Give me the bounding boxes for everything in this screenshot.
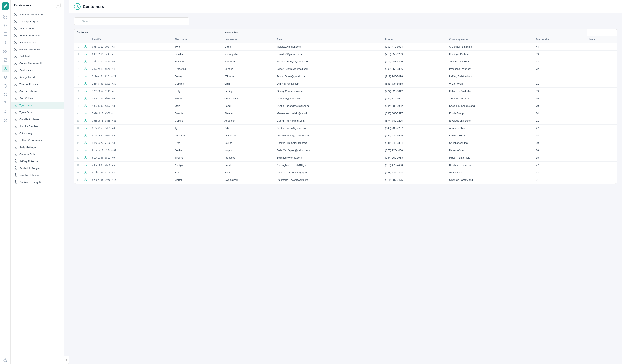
sidebar-item[interactable]: Madelyn Legros — [11, 18, 64, 25]
sidebar-item[interactable]: Gudrun Medhurst — [11, 46, 64, 53]
search-input-wrap[interactable] — [74, 18, 189, 25]
table-row[interactable]: 18 ccdbe780-17a9-43 Enid Hauck Vanessa_G… — [74, 169, 617, 176]
cell-meta — [587, 73, 617, 80]
sidebar-item-settings[interactable] — [2, 357, 9, 364]
sidebar-item[interactable]: Kelli Muller — [11, 53, 64, 60]
sidebar-item-grid[interactable] — [2, 13, 9, 20]
sidebar-item[interactable]: Aletha Abbott — [11, 25, 64, 32]
more-options-button[interactable]: ⋮ — [613, 4, 617, 9]
table-row[interactable]: 7 32633857-6115-4e Polly Hettinger Georg… — [74, 88, 617, 95]
svg-rect-11 — [5, 52, 7, 53]
table-row[interactable]: 15 9fbdc4f2-b284-487 Gerhard Hayes Zella… — [74, 147, 617, 154]
sidebar-item[interactable]: Broderick Senger — [11, 165, 64, 172]
table-row[interactable]: 8 3bbcd173-8b7c-40 Milford Cummerata Lam… — [74, 95, 617, 102]
table-row[interactable]: 11 7835a8f3-bc65-4c0 Camille Anderson Gu… — [74, 117, 617, 125]
table-row[interactable]: 1 0067a112-a98f-45 Tyra Mann Melba81@gma… — [74, 43, 617, 51]
sidebar-item[interactable]: Ottis Haag — [11, 130, 64, 137]
cell-phone: (385) 866-5517 — [383, 110, 447, 117]
sidebar-item[interactable]: Danika McLaughlin — [11, 179, 64, 186]
table-row[interactable]: 12 8c6c21ae-3de1-48 Tyree Ortiz Destin.R… — [74, 125, 617, 132]
table-row[interactable]: 5 2c7eaf64-f13f-429 Jeffrey D'Amore Jevo… — [74, 73, 617, 80]
cell-email: Shakira_Tremblay@hotma — [274, 139, 383, 147]
sidebar-item[interactable]: Polly Hettinger — [11, 144, 64, 151]
row-number: 6 — [74, 80, 82, 88]
sidebar-item[interactable]: Enid Hauck — [11, 67, 64, 74]
sidebar-add-button[interactable]: + — [56, 3, 61, 8]
sidebar-item-person[interactable] — [2, 65, 9, 72]
sidebar-item-book[interactable] — [2, 30, 9, 38]
cell-identifier: d26aa1af-0fbc-41c — [89, 176, 172, 184]
sidebar-item[interactable]: Gerhard Hayes — [11, 88, 64, 95]
sidebar-item[interactable]: Camille Anderson — [11, 116, 64, 123]
sidebar-item[interactable]: Cortez Swaniawski — [11, 60, 64, 67]
cell-identifier: 492c13d2-ed92-48 — [89, 102, 172, 110]
search-input[interactable] — [82, 20, 186, 23]
cell-firstname: Bret — [172, 139, 222, 147]
svg-point-65 — [85, 171, 86, 172]
sidebar-item-chart[interactable] — [2, 56, 9, 64]
table-row[interactable]: 13 9c984c8a-5e05-4b Jonathon Dickinson L… — [74, 132, 617, 139]
sidebar-item-label: Camille Anderson — [19, 118, 40, 121]
person-icon — [14, 110, 17, 114]
sidebar-item[interactable]: Ashtyn Hand — [11, 74, 64, 81]
sidebar-item-circle[interactable] — [2, 91, 9, 98]
row-number: 19 — [74, 176, 82, 184]
table-row[interactable]: 6 2df47fad-b2c9-45a Camron Ortiz Lynn46@… — [74, 80, 617, 88]
table-row[interactable]: 19 d26aa1af-0fbc-41c Cortez Swaniawski R… — [74, 176, 617, 184]
cell-email: Melba81@gmail.com — [274, 43, 383, 51]
cell-meta — [587, 139, 617, 147]
table-row[interactable]: 16 b19c236c-c522-40 Thelma Prosacco Zelm… — [74, 154, 617, 162]
sidebar-item-globe[interactable] — [2, 82, 9, 90]
sidebar-item-badge[interactable]: A — [2, 117, 9, 124]
cell-email: Destin.Rice54@yahoo.com — [274, 125, 383, 132]
app-logo[interactable] — [2, 2, 9, 10]
sidebar-item-layers[interactable] — [2, 73, 9, 81]
table-row[interactable]: 9 492c13d2-ed92-48 Ottis Haag Dustin.Bar… — [74, 102, 617, 110]
cell-company: Kutch Group — [447, 110, 534, 117]
sidebar-item-search[interactable] — [2, 108, 9, 115]
row-person-icon — [82, 117, 89, 125]
content-area: Customer Information Identifier First na… — [69, 13, 622, 364]
cell-tax: 72 — [534, 65, 587, 73]
sidebar-item-filter[interactable] — [2, 39, 9, 46]
sidebar-item[interactable]: Bret Collins — [11, 95, 64, 102]
table-row[interactable]: 10 5e10c9c7-e550-41 Juanita Steuber Manl… — [74, 110, 617, 117]
svg-point-7 — [5, 42, 6, 43]
sidebar-item[interactable]: Rachel Parker — [11, 39, 64, 46]
table-row[interactable]: 17 c38a803d-7be6-45 Ashtyn Hand Alaina_M… — [74, 162, 617, 169]
svg-point-39 — [15, 133, 16, 133]
sidebar-item-doc[interactable] — [2, 99, 9, 107]
sidebar-item[interactable]: Juanita Steuber — [11, 123, 64, 130]
svg-point-56 — [85, 105, 86, 106]
cell-lastname: Senger — [222, 65, 274, 73]
sidebar-item[interactable]: Tyree Ortiz — [11, 109, 64, 116]
table-row[interactable]: 4 2473d911-c5c8-44 Broderick Senger Gilb… — [74, 65, 617, 73]
cell-firstname: Cortez — [172, 176, 222, 184]
table-row[interactable]: 14 9e4e9c70-716c-43 Bret Collins Shakira… — [74, 139, 617, 147]
cell-email: Alaina_McDermott78@yah — [274, 162, 383, 169]
cell-company: Gleichner Inc — [447, 169, 534, 176]
cell-meta — [587, 65, 617, 73]
sidebar-item[interactable]: Hayden Johnston — [11, 172, 64, 179]
svg-point-49 — [85, 53, 86, 54]
cell-meta — [587, 154, 617, 162]
table-row[interactable]: 2 03579560-ce4f-41 Danika McLaughlin Ewa… — [74, 51, 617, 58]
sidebar-item[interactable]: Jeffrey D'Amore — [11, 158, 64, 165]
sidebar-collapse-button[interactable] — [64, 356, 69, 364]
sidebar-item[interactable]: Stewart Wiegand — [11, 32, 64, 39]
col-tax: Tax number — [534, 36, 587, 43]
sidebar-item-blocks[interactable] — [2, 48, 9, 55]
sidebar-item[interactable]: Jonathon Dickinson — [11, 11, 64, 18]
sidebar-item-label: Jonathon Dickinson — [19, 13, 42, 16]
svg-point-42 — [15, 154, 16, 154]
sidebar-item-label: Jeffrey D'Amore — [19, 160, 39, 163]
sidebar-item[interactable]: Camron Ortiz — [11, 151, 64, 158]
table-row[interactable]: 3 18f167ba-9405-46 Hayden Johnston Josia… — [74, 58, 617, 65]
svg-point-41 — [15, 147, 16, 147]
sidebar-item[interactable]: Tyra Mann — [11, 102, 64, 109]
cell-meta — [587, 117, 617, 125]
sidebar-item[interactable]: Milford Cummerata — [11, 137, 64, 144]
row-number: 15 — [74, 147, 82, 154]
sidebar-item-rocket[interactable] — [2, 22, 9, 29]
sidebar-item[interactable]: Thelma Prosacco — [11, 81, 64, 88]
